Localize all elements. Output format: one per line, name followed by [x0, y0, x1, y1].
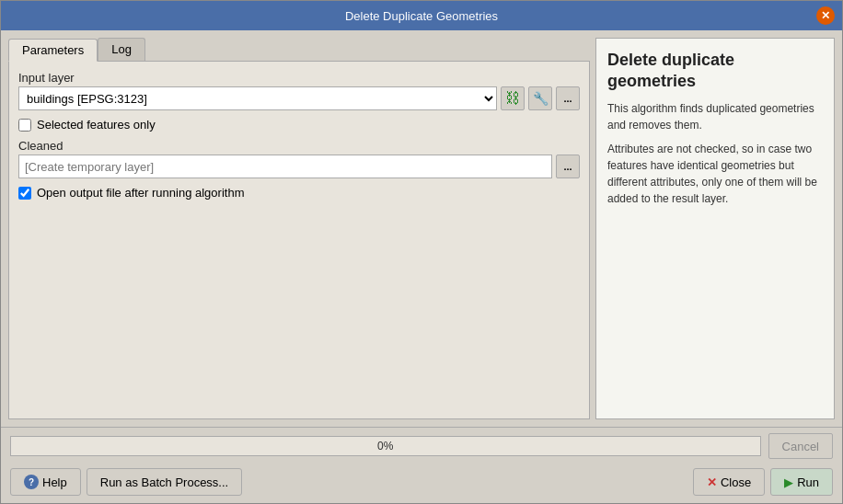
- run-as-batch-button[interactable]: Run as Batch Process...: [87, 468, 242, 496]
- dialog-body: Parameters Log Input layer buildings [EP…: [1, 30, 842, 427]
- action-bar: ? Help Run as Batch Process... ✕ Close ▶…: [1, 464, 842, 503]
- progress-bar-container: 0%: [10, 436, 761, 456]
- settings-button[interactable]: 🔧: [528, 86, 552, 110]
- title-bar: Delete Duplicate Geometries ✕: [1, 1, 842, 30]
- input-layer-select[interactable]: buildings [EPSG:3123]: [18, 86, 497, 110]
- left-action-buttons: ? Help Run as Batch Process...: [10, 468, 242, 496]
- dialog-title: Delete Duplicate Geometries: [27, 9, 816, 23]
- tab-bar: Parameters Log: [8, 38, 590, 61]
- input-layer-label: Input layer: [18, 71, 580, 85]
- progress-label: 0%: [377, 440, 393, 452]
- help-button[interactable]: ? Help: [10, 468, 81, 496]
- help-paragraph-2: Attributes are not checked, so in case t…: [607, 141, 823, 207]
- open-output-row: Open output file after running algorithm: [18, 186, 580, 200]
- input-layer-group: Input layer buildings [EPSG:3123] ⛓ 🔧 ..…: [18, 71, 580, 110]
- run-button[interactable]: ▶ Run: [770, 468, 833, 496]
- close-title-icon: ✕: [821, 9, 830, 22]
- dialog: Delete Duplicate Geometries ✕ Parameters…: [0, 0, 843, 504]
- input-layer-row: buildings [EPSG:3123] ⛓ 🔧 ...: [18, 86, 580, 110]
- help-panel: Delete duplicate geometries This algorit…: [595, 38, 835, 419]
- help-paragraph-1: This algorithm finds duplicated geometri…: [607, 100, 823, 133]
- close-x-icon: ✕: [707, 475, 717, 489]
- cleaned-input[interactable]: [18, 155, 552, 178]
- help-icon: ?: [24, 475, 39, 489]
- selected-features-checkbox[interactable]: [18, 119, 31, 132]
- tab-log[interactable]: Log: [98, 38, 145, 61]
- left-panel: Parameters Log Input layer buildings [EP…: [8, 38, 590, 419]
- cleaned-more-button[interactable]: ...: [556, 155, 580, 178]
- content-spacer: [18, 207, 580, 409]
- close-button[interactable]: ✕ Close: [693, 468, 765, 496]
- cancel-button[interactable]: Cancel: [768, 433, 833, 459]
- open-output-label[interactable]: Open output file after running algorithm: [37, 186, 244, 200]
- right-action-buttons: ✕ Close ▶ Run: [693, 468, 833, 496]
- help-title: Delete duplicate geometries: [607, 50, 823, 93]
- cleaned-group: Cleaned ...: [18, 139, 580, 178]
- parameters-content: Input layer buildings [EPSG:3123] ⛓ 🔧 ..…: [8, 61, 590, 419]
- link-icon: ⛓: [505, 90, 520, 107]
- progress-bar-row: 0% Cancel: [1, 427, 842, 464]
- cleaned-row: ...: [18, 155, 580, 178]
- more-options-button[interactable]: ...: [556, 86, 580, 110]
- close-title-button[interactable]: ✕: [816, 6, 835, 25]
- selected-features-row: Selected features only: [18, 118, 580, 132]
- tab-parameters[interactable]: Parameters: [8, 39, 98, 62]
- cleaned-label: Cleaned: [18, 139, 580, 153]
- wrench-icon: 🔧: [533, 91, 549, 106]
- run-icon: ▶: [784, 475, 793, 489]
- selected-features-label[interactable]: Selected features only: [37, 118, 156, 132]
- open-output-checkbox[interactable]: [18, 187, 31, 200]
- cleaned-ellipsis-icon: ...: [563, 161, 572, 172]
- link-layer-button[interactable]: ⛓: [501, 86, 525, 110]
- ellipsis-icon: ...: [563, 93, 572, 104]
